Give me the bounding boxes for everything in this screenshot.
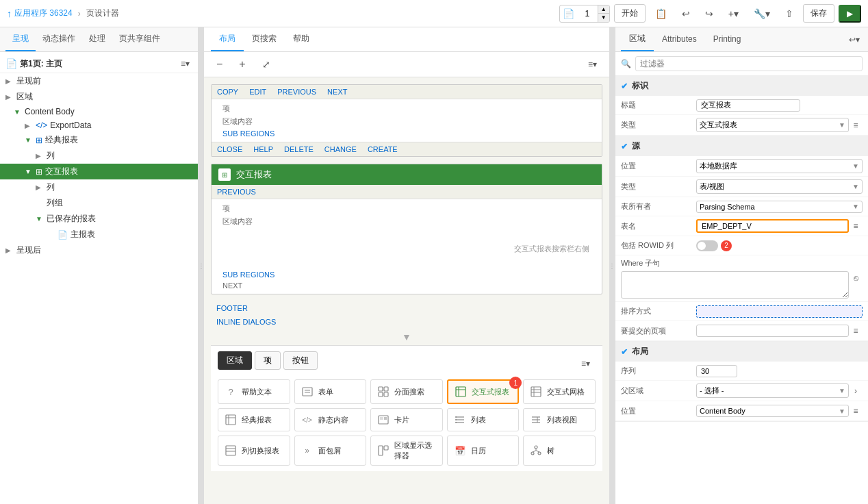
add-btn[interactable]: +▾ xyxy=(723,5,744,22)
menu-close[interactable]: CLOSE xyxy=(217,145,242,153)
prop-type-more-btn[interactable]: ≡ xyxy=(849,118,863,132)
zoom-in-btn[interactable]: + xyxy=(233,56,251,73)
page-number-field[interactable] xyxy=(577,8,598,20)
right-splitter[interactable]: ⋮ xyxy=(609,27,615,504)
prop-submit-input[interactable] xyxy=(696,325,849,337)
widget-static[interactable]: </> 静态内容 xyxy=(294,408,367,431)
prop-position-more-btn[interactable]: ≡ xyxy=(849,404,863,418)
page-up-btn[interactable]: ▲ xyxy=(598,5,609,14)
filter-input[interactable] xyxy=(635,56,863,71)
copy-page-btn[interactable]: 📋 xyxy=(650,5,672,22)
widget-list[interactable]: 列表 xyxy=(447,408,520,431)
tree-item-saved-reports[interactable]: ▼ 已保存的报表 xyxy=(0,211,198,227)
prop-title-input[interactable] xyxy=(696,99,800,112)
widget-ig[interactable]: 交互式网格 xyxy=(523,379,596,404)
prop-parent-select[interactable]: - 选择 - ▼ xyxy=(696,383,849,398)
tab-render[interactable]: 呈现 xyxy=(5,27,36,51)
prop-type-select[interactable]: 交互式报表 ▼ xyxy=(696,118,849,132)
prop-parent-more-btn[interactable]: › xyxy=(849,384,863,398)
center-tab-search[interactable]: 页搜索 xyxy=(244,27,285,51)
share-btn[interactable]: ⇧ xyxy=(780,5,799,22)
widget-menu-btn[interactable]: ≡▾ xyxy=(576,357,596,370)
page-number-input[interactable]: 📄 ▲ ▼ xyxy=(559,5,610,23)
prop-location-select[interactable]: 本地数据库 ▼ xyxy=(696,159,863,173)
left-splitter[interactable]: ⋮ xyxy=(199,27,204,504)
tab-dynamic-action[interactable]: 动态操作 xyxy=(36,27,82,51)
section-layout-header[interactable]: ✔ 布局 xyxy=(615,342,868,362)
right-tab-attributes[interactable]: Attributes xyxy=(654,29,705,51)
section-identification-header[interactable]: ✔ 标识 xyxy=(615,76,868,96)
widget-region-selector[interactable]: 区域显示选择器 xyxy=(370,436,443,466)
widget-calendar[interactable]: 📅 日历 xyxy=(447,436,520,466)
prop-owner-select[interactable]: Parsing Schema ▼ xyxy=(696,201,863,213)
widget-tab-region[interactable]: 区域 xyxy=(218,351,252,370)
menu-change[interactable]: CHANGE xyxy=(324,145,357,153)
tree-item-ir-cols[interactable]: ▶ 列 xyxy=(0,179,198,195)
page-down-btn[interactable]: ▼ xyxy=(598,14,609,22)
prop-table-more-btn[interactable]: ≡ xyxy=(849,219,863,233)
start-button[interactable]: 开始 xyxy=(614,4,646,23)
widget-tab-button[interactable]: 按钮 xyxy=(283,351,318,370)
save-button[interactable]: 保存 xyxy=(803,4,834,23)
tree-menu-btn[interactable]: ≡▾ xyxy=(178,58,192,70)
right-tab-printing[interactable]: Printing xyxy=(705,29,750,51)
tree-item-colgroup[interactable]: 列组 xyxy=(0,195,198,211)
center-menu-btn[interactable]: ≡▾ xyxy=(583,58,602,71)
widget-facet-search[interactable]: 分面搜索 xyxy=(370,379,443,404)
prop-seq-input[interactable] xyxy=(696,365,737,377)
tree-item-content-body[interactable]: ▼ Content Body xyxy=(0,105,198,118)
section-source-header[interactable]: ✔ 源 xyxy=(615,136,868,156)
tree-item-render-before[interactable]: ▶ 呈现前 xyxy=(0,73,198,89)
tab-shared-components[interactable]: 页共享组件 xyxy=(112,27,167,51)
footer-item-footer[interactable]: FOOTER xyxy=(211,301,602,315)
region-sub-regions[interactable]: SUB REGIONS xyxy=(217,128,596,139)
zoom-out-btn[interactable]: − xyxy=(211,56,228,73)
footer-item-inline-dialogs[interactable]: INLINE DIALOGS xyxy=(211,315,602,329)
prop-submit-more-btn[interactable]: ≡ xyxy=(849,324,863,338)
center-tab-layout[interactable]: 布局 xyxy=(211,27,244,51)
run-button[interactable]: ▶ xyxy=(839,5,861,23)
widget-form[interactable]: 表单 xyxy=(294,379,367,404)
menu-copy[interactable]: COPY xyxy=(217,88,238,96)
right-tab-region[interactable]: 区域 xyxy=(621,27,654,51)
widget-tab-item[interactable]: 项 xyxy=(255,351,281,370)
prop-where-textarea[interactable] xyxy=(621,271,849,299)
prop-where-more-btn[interactable]: ⎋ xyxy=(849,271,863,285)
ir-menu-previous[interactable]: PREVIOUS xyxy=(217,188,256,196)
rowid-toggle[interactable] xyxy=(696,240,718,251)
widget-card[interactable]: 卡片 xyxy=(370,408,443,431)
widget-help-text[interactable]: ? 帮助文本 xyxy=(218,379,290,404)
prop-table-input[interactable] xyxy=(696,219,849,233)
app-link[interactable]: ↑ 应用程序 36324 xyxy=(7,8,73,19)
widget-tree[interactable]: 树 xyxy=(523,436,596,466)
tree-item-region[interactable]: ▶ 区域 xyxy=(0,89,198,105)
menu-help[interactable]: HELP xyxy=(253,145,273,153)
tree-item-exportdata[interactable]: ▶ </> ExportData xyxy=(0,118,198,132)
tree-item-primary-report[interactable]: 📄 主报表 xyxy=(0,227,198,242)
widget-breadcrumb[interactable]: » 面包屑 xyxy=(294,436,367,466)
menu-edit[interactable]: EDIT xyxy=(249,88,266,96)
widget-col-switch[interactable]: 列切换报表 xyxy=(218,436,290,466)
tree-item-render-after[interactable]: ▶ 呈现后 xyxy=(0,242,198,258)
menu-previous[interactable]: PREVIOUS xyxy=(277,88,316,96)
wrench-btn[interactable]: 🔧▾ xyxy=(748,5,776,22)
widget-classic-report[interactable]: 经典报表 xyxy=(218,408,290,431)
menu-create[interactable]: CREATE xyxy=(368,145,398,153)
tree-item-classic-report[interactable]: ▼ ⊞ 经典报表 xyxy=(0,132,198,148)
menu-delete[interactable]: DELETE xyxy=(284,145,314,153)
redo-btn[interactable]: ↪ xyxy=(700,5,719,22)
tab-processing[interactable]: 处理 xyxy=(82,27,112,51)
expand-btn[interactable]: ⤢ xyxy=(257,57,276,72)
prop-position-select[interactable]: Content Body ▼ xyxy=(696,405,849,417)
undo-btn[interactable]: ↩ xyxy=(676,5,695,22)
tree-item-classic-cols[interactable]: ▶ 列 xyxy=(0,148,198,164)
ir-sub-regions[interactable]: SUB REGIONS xyxy=(217,269,596,280)
prop-source-type-select[interactable]: 表/视图 ▼ xyxy=(696,179,863,194)
menu-next[interactable]: NEXT xyxy=(327,88,347,96)
page-spinner[interactable]: ▲ ▼ xyxy=(598,5,609,22)
widget-ir[interactable]: 交互式报表 1 xyxy=(447,379,520,404)
collapse-btn[interactable]: ↩▾ xyxy=(846,34,863,46)
tree-item-ir[interactable]: ▼ ⊞ 交互报表 xyxy=(0,164,198,179)
widget-list-view[interactable]: 列表视图 xyxy=(523,408,596,431)
center-tab-help[interactable]: 帮助 xyxy=(285,27,318,51)
